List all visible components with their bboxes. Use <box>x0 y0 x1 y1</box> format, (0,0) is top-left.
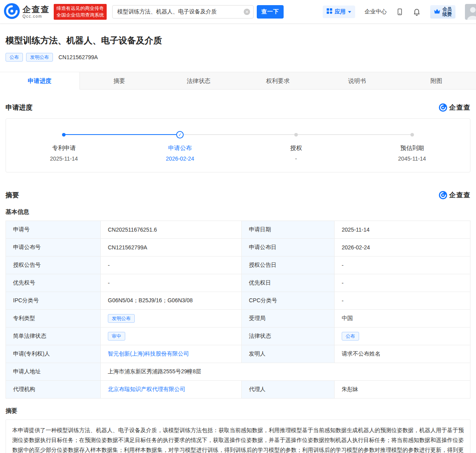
brand-text: 企查查 Qcc.com <box>23 5 50 19</box>
field-value: - <box>335 256 470 274</box>
step-label: 申请公布 <box>168 144 192 152</box>
field-label: 授权公告日 <box>242 256 335 274</box>
apps-dropdown[interactable]: 应用 <box>323 6 355 18</box>
field-label: 申请号 <box>6 221 101 239</box>
field-value: 朱彤妹 <box>335 381 470 399</box>
brand-name: 企查查 <box>23 5 50 14</box>
chevron-down-icon <box>348 11 351 13</box>
field-label: 申请公布号 <box>6 239 101 256</box>
field-label: 专利类型 <box>6 310 101 328</box>
qcc-watermark-logo: 企查查 <box>439 103 470 112</box>
notification-bell-icon[interactable] <box>413 8 421 16</box>
qcc-mark-text: 企查查 <box>449 103 470 112</box>
progress-section-header: 申请进度 企查查 <box>6 103 470 112</box>
header-nav: 应用 企业中心 会员 续费 <box>323 4 476 20</box>
abstract-text: 本申请提供了一种模型训练方法、机器人、电子设备及介质，该模型训练方法包括：获取当… <box>6 419 470 453</box>
table-row: 授权公告号 - 授权公告日 - <box>6 256 470 274</box>
publication-number: CN121562799A <box>58 54 98 60</box>
field-label: 申请日期 <box>242 221 335 239</box>
table-row: 申请公布号 CN121562799A 申请公布日 2026-02-24 <box>6 239 470 256</box>
tab-application-progress[interactable]: 申请进度 <box>0 72 80 90</box>
tab-drawings[interactable]: 附图 <box>397 72 476 90</box>
applicant-company-link[interactable]: 智元创新(上海)科技股份有限公司 <box>108 350 189 357</box>
tab-abstract[interactable]: 摘要 <box>80 72 159 90</box>
field-value: 智元创新(上海)科技股份有限公司 <box>101 345 242 363</box>
apps-grid-icon <box>327 8 332 15</box>
step-dot-pending <box>410 133 414 137</box>
table-row: 申请号 CN202511676251.6 申请日期 2025-11-14 <box>6 221 470 239</box>
field-label: 申请人地址 <box>6 363 101 381</box>
agency-company-link[interactable]: 北京布瑞知识产权代理有限公司 <box>108 386 185 392</box>
field-value: 审中 <box>101 328 242 345</box>
field-value: - <box>101 274 242 292</box>
search-button[interactable]: 查一下 <box>257 5 284 19</box>
field-label: 发明人 <box>242 345 335 363</box>
qcc-watermark-logo: 企查查 <box>439 191 470 200</box>
step-label: 预估到期 <box>400 144 424 152</box>
application-timeline: 专利申请 2025-11-14 ✓ 申请公布 2026-02-24 授权 - 预… <box>6 118 470 172</box>
step-check-icon: ✓ <box>176 131 184 139</box>
field-value: 请求不公布姓名 <box>335 345 470 363</box>
clear-search-icon[interactable]: ✕ <box>244 9 250 15</box>
step-dot-pending <box>294 133 298 137</box>
field-value: - <box>335 292 470 310</box>
field-label: 优先权号 <box>6 274 101 292</box>
timeline-step-filed: 专利申请 2025-11-14 <box>6 131 122 162</box>
field-value: CN202511676251.6 <box>101 221 242 239</box>
qcc-mark-text: 企查查 <box>449 191 470 200</box>
step-label: 授权 <box>290 144 302 152</box>
enterprise-center-link[interactable]: 企业中心 <box>365 8 387 15</box>
timeline-step-expiry: 预估到期 2045-11-14 <box>354 131 470 162</box>
user-avatar[interactable] <box>465 4 476 20</box>
qcc-mark-icon <box>439 103 447 112</box>
summary-section-header: 摘要 企查查 <box>6 191 470 200</box>
basic-info-title: 基本信息 <box>6 208 470 216</box>
table-row: 优先权号 - 优先权日 - <box>6 274 470 292</box>
slogan-badge: 缔造有远见的商业传奇 全国企业信用查询系统 <box>54 4 107 20</box>
tab-legal-status[interactable]: 法律状态 <box>159 72 238 90</box>
field-label: 代理机构 <box>6 381 101 399</box>
table-row: 申请(专利权)人 智元创新(上海)科技股份有限公司 发明人 请求不公布姓名 <box>6 345 470 363</box>
field-value: 2025-11-14 <box>335 221 470 239</box>
timeline-step-granted: 授权 - <box>238 131 354 162</box>
field-value: 上海市浦东新区秀浦路2555号29幢8层 <box>101 363 470 381</box>
patent-type-tag: 发明公布 <box>108 314 135 323</box>
field-label: 申请(专利权)人 <box>6 345 101 363</box>
apps-label: 应用 <box>335 8 346 15</box>
field-value: CN121562799A <box>101 239 242 256</box>
tab-bar: 申请进度 摘要 法律状态 权利要求 说明书 附图 <box>0 72 476 90</box>
qcc-logo-icon <box>4 3 20 21</box>
table-row: 专利类型 发明公布 受理局 中国 <box>6 310 470 328</box>
vip-renew-button[interactable]: 会员 续费 <box>430 5 455 19</box>
type-tag-invention: 发明公布 <box>26 53 53 62</box>
crown-icon <box>434 8 440 15</box>
field-label: 简单法律状态 <box>6 328 101 345</box>
patent-title-block: 模型训练方法、机器人、电子设备及介质 公布 发明公布 CN121562799A <box>0 24 476 62</box>
field-value: 北京布瑞知识产权代理有限公司 <box>101 381 242 399</box>
simple-legal-status-tag: 审中 <box>108 332 125 341</box>
abstract-title: 摘要 <box>6 407 470 415</box>
search-input[interactable] <box>112 5 254 19</box>
step-date: 2045-11-14 <box>398 155 426 162</box>
table-row: 代理机构 北京布瑞知识产权代理有限公司 代理人 朱彤妹 <box>6 381 470 399</box>
field-label: CPC分类号 <box>242 292 335 310</box>
progress-section-title: 申请进度 <box>6 103 32 112</box>
table-row: IPC分类号 G06N5/04；B25J9/16；G06N3/08 CPC分类号… <box>6 292 470 310</box>
step-label: 专利申请 <box>52 144 76 152</box>
field-value: 发明公布 <box>101 310 242 328</box>
field-value: - <box>335 274 470 292</box>
field-label: 法律状态 <box>242 328 335 345</box>
qcc-mark-icon <box>439 191 447 199</box>
field-value: 2026-02-24 <box>335 239 470 256</box>
status-tag-publication: 公布 <box>6 53 23 62</box>
table-row: 简单法律状态 审中 法律状态 公布 <box>6 328 470 345</box>
qcc-logo[interactable]: 企查查 Qcc.com <box>4 3 50 21</box>
step-dot-done <box>62 133 66 137</box>
tab-description[interactable]: 说明书 <box>318 72 397 90</box>
mobile-app-icon[interactable] <box>396 8 403 16</box>
field-value: 公布 <box>335 328 470 345</box>
tab-claims[interactable]: 权利要求 <box>238 72 318 90</box>
field-value: G06N5/04；B25J9/16；G06N3/08 <box>101 292 242 310</box>
step-date: 2026-02-24 <box>166 155 194 162</box>
field-label: 受理局 <box>242 310 335 328</box>
